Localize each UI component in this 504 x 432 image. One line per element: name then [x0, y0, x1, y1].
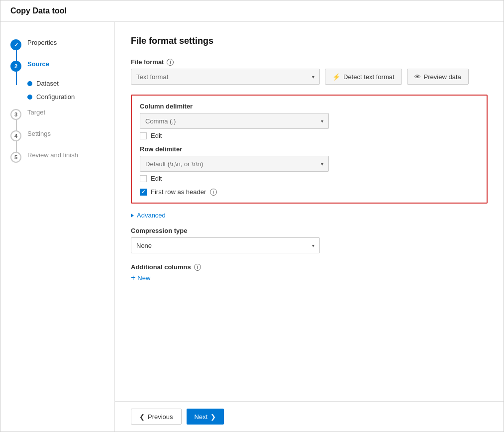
advanced-label: Advanced: [137, 212, 166, 219]
app-header: Copy Data tool: [0, 0, 504, 22]
detect-text-format-button[interactable]: ⚡ Detect text format: [325, 69, 402, 85]
file-format-select[interactable]: Text format ▾: [131, 69, 320, 85]
column-delimiter-select[interactable]: Comma (,) ▾: [140, 113, 329, 129]
additional-columns-info-icon[interactable]: i: [194, 264, 201, 271]
step-circle-target: 3: [10, 109, 21, 120]
first-row-header-info-icon[interactable]: i: [210, 189, 217, 196]
step-label-properties: Properties: [27, 39, 57, 46]
sub-step-dot-dataset: [27, 81, 32, 86]
plus-icon: +: [131, 274, 135, 282]
app-title: Copy Data tool: [10, 6, 67, 15]
step-label-source: Source: [27, 60, 49, 68]
chevron-left-icon: ❮: [139, 413, 145, 421]
sidebar: ✓ Properties 2 Source Dataset Configurat…: [0, 22, 115, 432]
step-label-review: Review and finish: [27, 151, 78, 159]
advanced-triangle-icon: [131, 214, 134, 217]
advanced-row[interactable]: Advanced: [131, 212, 488, 219]
page-title: File format settings: [131, 36, 488, 46]
row-delimiter-edit-checkbox[interactable]: [140, 175, 147, 182]
sub-step-label-configuration: Configuration: [36, 93, 75, 101]
row-delimiter-dropdown-arrow: ▾: [321, 161, 323, 167]
content-area: File format settings File format i Text …: [115, 22, 504, 401]
chevron-right-icon: ❯: [210, 413, 216, 421]
step-circle-source: 2: [10, 61, 21, 72]
compression-section: Compression type None ▾: [131, 227, 488, 253]
additional-columns-section: Additional columns i + New: [131, 263, 488, 282]
next-button[interactable]: Next ❯: [187, 409, 224, 425]
sub-step-dot-configuration: [27, 95, 32, 100]
step-label-target: Target: [27, 108, 45, 116]
column-delimiter-group: Column delimiter Comma (,) ▾ Edit: [140, 103, 479, 139]
row-delimiter-value: Default (\r,\n, or \r\n): [145, 160, 203, 168]
previous-button[interactable]: ❮ Previous: [131, 409, 182, 425]
footer: ❮ Previous Next ❯: [115, 401, 504, 432]
preview-icon: 👁: [414, 73, 421, 81]
sub-step-label-dataset: Dataset: [36, 80, 59, 87]
step-circle-properties: ✓: [10, 39, 21, 50]
main-content: File format settings File format i Text …: [115, 22, 504, 432]
source-sub-steps: Dataset Configuration: [0, 77, 114, 104]
column-delimiter-edit-label: Edit: [151, 132, 162, 139]
preview-data-button[interactable]: 👁 Preview data: [407, 69, 469, 85]
sidebar-item-source[interactable]: 2 Source: [0, 55, 114, 77]
compression-type-label: Compression type: [131, 227, 488, 234]
sidebar-item-review[interactable]: 5 Review and finish: [0, 146, 114, 168]
sub-step-configuration[interactable]: Configuration: [0, 90, 114, 104]
file-format-value: Text format: [136, 73, 168, 81]
column-delimiter-edit-checkbox[interactable]: [140, 132, 147, 139]
sidebar-item-properties[interactable]: ✓ Properties: [0, 34, 114, 55]
detect-icon: ⚡: [332, 73, 340, 81]
file-format-info-icon[interactable]: i: [167, 59, 174, 66]
row-delimiter-edit-label: Edit: [151, 175, 162, 182]
file-format-label: File format i: [131, 58, 488, 66]
row-delimiter-label: Row delimiter: [140, 145, 479, 153]
column-delimiter-value: Comma (,): [145, 117, 176, 125]
step-circle-review: 5: [10, 152, 21, 163]
compression-type-value: None: [136, 242, 152, 249]
compression-type-select[interactable]: None ▾: [131, 237, 320, 253]
column-delimiter-edit-row: Edit: [140, 132, 479, 139]
row-delimiter-edit-row: Edit: [140, 175, 479, 182]
first-row-header-row: ✓ First row as header i: [140, 188, 479, 196]
step-label-settings: Settings: [27, 130, 51, 137]
column-delimiter-label: Column delimiter: [140, 103, 479, 110]
step-circle-settings: 4: [10, 130, 21, 141]
row-delimiter-select[interactable]: Default (\r,\n, or \r\n) ▾: [140, 156, 329, 172]
row-delimiter-group: Row delimiter Default (\r,\n, or \r\n) ▾…: [140, 145, 479, 182]
column-delimiter-dropdown-arrow: ▾: [321, 118, 323, 124]
first-row-header-checkbox[interactable]: ✓: [140, 189, 147, 196]
sidebar-item-settings[interactable]: 4 Settings: [0, 125, 114, 146]
new-column-button[interactable]: + New: [131, 274, 150, 282]
additional-columns-label: Additional columns i: [131, 263, 488, 271]
sub-step-dataset[interactable]: Dataset: [0, 77, 114, 90]
compression-type-dropdown-arrow: ▾: [312, 243, 314, 248]
sidebar-item-target[interactable]: 3 Target: [0, 104, 114, 125]
delimiter-section: Column delimiter Comma (,) ▾ Edit: [131, 95, 488, 204]
first-row-header-label: First row as header: [151, 188, 206, 196]
file-format-dropdown-arrow: ▾: [312, 74, 314, 80]
file-format-row: Text format ▾ ⚡ Detect text format 👁 Pre…: [131, 69, 488, 85]
